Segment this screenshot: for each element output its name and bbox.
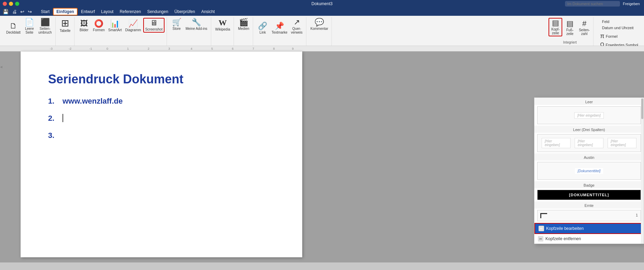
ribbon-btn-link[interactable]: 🔗 Link (256, 22, 270, 35)
ribbon-group-links: 🔗 Link 📌 Textmarke ↗ Quer-verweis (254, 17, 306, 46)
dropdown-header-drei-spalten: Leer (Drei Spalten) (534, 126, 644, 133)
menu-referenzen[interactable]: Referenzen (117, 9, 144, 15)
ribbon-btn-addins[interactable]: 🔧 Meine Add-ins (184, 18, 208, 31)
ribbon-btn-bilder[interactable]: 🖼 Bilder (77, 19, 91, 33)
maximize-button[interactable] (15, 2, 19, 6)
ribbon-btn-feld[interactable]: Feld (601, 19, 635, 24)
scroll-thumb (641, 98, 643, 119)
formel-label: Formel (606, 34, 618, 38)
ribbon-btn-smartart[interactable]: 📊 SmartArt (107, 19, 123, 33)
action-entfernen-label: Kopfzeile entfernen (545, 236, 581, 241)
quick-access-save[interactable]: 💾 (3, 9, 9, 14)
ribbon-btn-kopfzeile[interactable]: ▤ Kopf-zeile (549, 18, 562, 36)
action-kopfzeile-bearbeiten[interactable]: ✏ Kopfzeile bearbeiten (534, 223, 644, 234)
ribbon-btn-diagramm[interactable]: 📈 Diagramm (124, 19, 143, 33)
share-button[interactable]: Freigeben (623, 2, 640, 6)
ribbon-btn-datum-uhrzeit[interactable]: Datum und Uhrzeit (601, 25, 635, 30)
dropdown-template-leer[interactable]: [Hier eingeben] (537, 106, 641, 124)
addins-icon: 🔧 (192, 19, 201, 26)
ribbon-group-illustrations: 🖼 Bilder ⭕ Formen 📊 SmartArt 📈 Diagramm (75, 17, 167, 46)
ribbon-btn-deckblatt[interactable]: 🗋 Deckblatt (5, 22, 22, 35)
quick-access-print[interactable]: 🖨 (12, 9, 17, 14)
ribbon-group-items-comments: 💬 Kommentar (309, 18, 330, 31)
smartart-icon: 📊 (110, 20, 120, 27)
menu-layout[interactable]: Layout (98, 9, 116, 15)
ribbon-group-items-links: 🔗 Link 📌 Textmarke ↗ Quer-verweis (256, 18, 304, 35)
dropdown-scrollbar[interactable] (641, 98, 644, 244)
ribbon-group-items-wikipedia: W Wikipedia (214, 18, 231, 32)
feld-label: Feld (602, 20, 609, 24)
ribbon-group-comments: 💬 Kommentar (307, 17, 332, 46)
quick-access-undo[interactable]: ↩ (20, 9, 24, 14)
ribbon-btn-seitenzahl[interactable]: # Seiten-zahl (577, 19, 591, 36)
textmarke-label: Textmarke (272, 31, 287, 34)
dropdown-template-drei-spalten[interactable]: [Hier eingeben] [Hier eingeben] [Hier ei… (537, 134, 641, 152)
ribbon-group-table: ⊞ Tabelle (56, 17, 75, 46)
bilder-label: Bilder (80, 28, 89, 32)
bilder-icon: 🖼 (80, 20, 88, 27)
minimize-button[interactable] (9, 2, 13, 6)
ribbon-btn-formel[interactable]: π Formel (599, 32, 639, 40)
menu-entwurf[interactable]: Entwurf (78, 9, 98, 15)
ribbon-btn-leere-seite[interactable]: 📄 LeereSeite (23, 18, 36, 35)
wikipedia-label: Wikipedia (215, 27, 230, 31)
tabelle-label: Tabelle (60, 29, 71, 33)
ribbon-group-items-media: 🎬 Medien (237, 18, 251, 31)
list-item-2: 2. (48, 114, 282, 123)
quick-access-redo[interactable]: ↪ (28, 9, 32, 14)
list-item-3: 3. (48, 131, 282, 140)
menu-sendungen[interactable]: Sendungen (144, 9, 171, 15)
ribbon-btn-formen[interactable]: ⭕ Formen (92, 19, 106, 33)
ribbon-group-pages: 🗋 Deckblatt 📄 LeereSeite ⬛ Seiten-umbruc… (3, 17, 56, 46)
dropdown-header-ernte: Ernte (534, 201, 644, 209)
integriert-label: Integriert (563, 40, 577, 44)
ribbon-btn-screenshot[interactable]: 🖥 Screenshot (143, 18, 165, 33)
smartart-label: SmartArt (108, 28, 122, 32)
ribbon-btn-seitenumbruch[interactable]: ⬛ Seiten-umbruch (37, 18, 53, 35)
medien-label: Medien (238, 27, 249, 31)
menu-ansicht[interactable]: Ansicht (199, 9, 217, 15)
action-edit-icon: ✏ (539, 226, 544, 231)
ribbon-btn-store[interactable]: 🛒 Store (170, 18, 183, 31)
screenshot-icon: 🖥 (150, 19, 158, 27)
template-badge-inner: [DOKUMENTTITEL] (538, 190, 641, 200)
template-austin-placeholder: [Dokumenttitel] (575, 168, 603, 174)
badge-text: [DOKUMENTTITEL] (538, 190, 641, 200)
dropdown-template-ernte[interactable]: 1 (537, 210, 641, 221)
ribbon-btn-querverweis[interactable]: ↗ Quer-verweis (290, 18, 304, 35)
dropdown-header-austin: Austin (534, 153, 644, 161)
search-input[interactable] (565, 1, 620, 7)
ribbon-btn-fusszeile[interactable]: ▤ Fuß-zeile (563, 19, 577, 36)
ribbon-btn-medien[interactable]: 🎬 Medien (237, 18, 251, 31)
list-text-1: www.wenzlaff.de (63, 97, 123, 106)
menu-einfugen[interactable]: Einfügen (53, 8, 77, 15)
close-button[interactable] (3, 2, 7, 6)
dropdown-template-austin[interactable]: [Dokumenttitel] (537, 162, 641, 180)
template-drei-placeholder-3: [Hier eingeben] (608, 138, 636, 148)
screenshot-label: Screenshot (145, 27, 163, 31)
document-page[interactable]: Seriendruck Dokument 1. www.wenzlaff.de … (21, 51, 302, 257)
ribbon-group-items-illustrations: 🖼 Bilder ⭕ Formen 📊 SmartArt 📈 Diagramm (77, 18, 165, 33)
menu-uberprufen[interactable]: Überprüfen (172, 9, 198, 15)
ribbon-btn-wikipedia[interactable]: W Wikipedia (214, 18, 231, 32)
link-icon: 🔗 (258, 22, 267, 30)
leere-seite-icon: 📄 (25, 19, 34, 26)
ribbon-group-items-addins: 🛒 Store 🔧 Meine Add-ins (170, 18, 208, 31)
diagramm-icon: 📈 (128, 20, 138, 27)
ribbon-btn-tabelle[interactable]: ⊞ Tabelle (58, 18, 72, 33)
list-text-2 (63, 114, 63, 122)
list-num-3: 3. (48, 131, 58, 140)
dropdown-template-badge[interactable]: [DOKUMENTTITEL] (537, 190, 641, 200)
ribbon-right-small-items: Feld Datum und Uhrzeit (601, 18, 635, 30)
ribbon-btn-textmarke[interactable]: 📌 Textmarke (270, 22, 289, 35)
list-num-1: 1. (48, 97, 58, 106)
querverweis-icon: ↗ (294, 19, 300, 26)
datum-uhrzeit-label: Datum und Uhrzeit (602, 26, 634, 30)
action-kopfzeile-entfernen[interactable]: ✂ Kopfzeile entfernen (534, 234, 644, 244)
kopfzeile-icon: ▤ (552, 19, 559, 27)
ribbon-btn-kommentar[interactable]: 💬 Kommentar (309, 18, 330, 31)
querverweis-label: Quer-verweis (291, 27, 303, 34)
template-leer-placeholder: [Hier eingeben] (574, 112, 604, 119)
list-num-2: 2. (48, 114, 58, 123)
menu-start[interactable]: Start (38, 9, 52, 15)
